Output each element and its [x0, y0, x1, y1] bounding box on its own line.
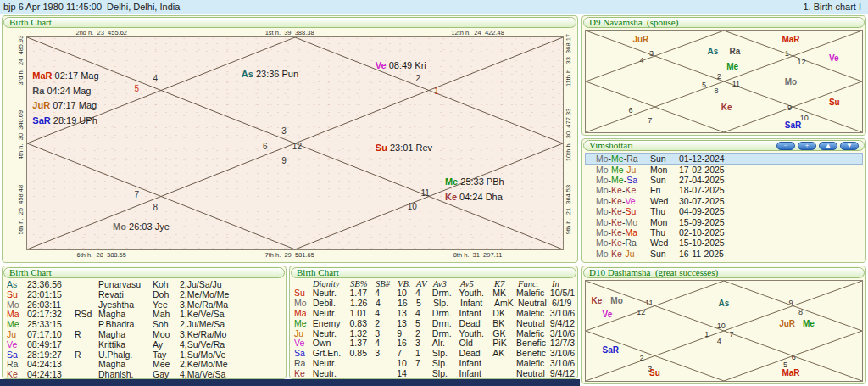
house-cusp-labels-right: 11th h. 33 368.1710th h. 30 477.339th h.… — [565, 36, 573, 250]
d10-dashamsha-panel: D10 Dashamsha (great successes) KeMo1112… — [581, 266, 866, 384]
sign-number: 8 — [153, 203, 159, 212]
title-bar: bjp 6 Apr 1980 11:45:00 Delhi, Delhi, In… — [0, 0, 868, 14]
house-cusp-label: 11th h. 33 368.17 — [565, 34, 572, 87]
dasha-day: Thu — [650, 206, 679, 216]
house-cusp-labels-top: 2nd h. 23 455.621st h. 39 388.3812th h. … — [26, 29, 564, 36]
dasha-expand-button[interactable]: + — [798, 142, 816, 150]
dasha-row[interactable]: Mo-Me-JuMon17-02-2025 — [586, 164, 862, 174]
dasha-date: 17-02-2025 — [679, 165, 725, 175]
sign-number: 2 — [717, 72, 721, 81]
sign-number: 9 — [281, 156, 287, 165]
dasha-date: 15-10-2025 — [679, 238, 725, 248]
panel-title: Birth Chart — [297, 268, 339, 277]
dasha-lords: Mo-Me-Ju — [596, 165, 650, 175]
dasha-list: Mo-Me-RaSun01-12-2024Mo-Me-JuMon17-02-20… — [586, 154, 862, 260]
dasha-scroll-down-button[interactable]: ▼ — [840, 142, 859, 150]
planet-position-row: Ve08:49:17KrittikaAy4,Su/Ve/Ra — [7, 340, 283, 350]
sign-number: 10 — [408, 202, 417, 211]
planet-label-su: Su — [649, 369, 660, 378]
planet-label-mo: Mo 26:03 Jye — [113, 222, 170, 232]
house-cusp-label: 5th h. 25 458.48 — [17, 185, 25, 234]
window-edge — [0, 379, 580, 386]
dasha-row[interactable]: Mo-Ke-MoMon15-09-2025 — [586, 216, 862, 227]
planet-label-mo: Mo — [610, 297, 622, 305]
sign-number: 8 — [715, 87, 719, 95]
planet-label-mo: Mo — [785, 78, 797, 87]
sign-number: 6 — [263, 142, 268, 151]
sign-number: 7 — [730, 330, 734, 338]
dasha-contract-button[interactable]: − — [776, 142, 795, 150]
sign-number: 2 — [415, 74, 420, 83]
dasha-date: 01-12-2024 — [679, 154, 725, 164]
planet-label-sar: SaR — [785, 121, 801, 130]
sign-number: 5 — [702, 81, 706, 89]
dasha-lords: Mo-Me-Sa — [596, 175, 650, 185]
dasha-row[interactable]: Mo-Ke-JuSun16-11-2025 — [586, 249, 862, 259]
dasha-row[interactable]: Mo-Ke-VeWed30-07-2025 — [586, 196, 862, 206]
sign-number: 11 — [421, 188, 430, 198]
planet-strength-panel: Birth Chart DignitySB%SB#VB.AVAv3Av5K7Fu… — [289, 266, 578, 379]
sign-number: 1 — [704, 330, 709, 338]
sign-number: 12 — [797, 58, 805, 66]
house-cusp-labels-bottom: 6th h. 28 388.557th h. 29 581.658th h. 3… — [26, 251, 564, 259]
planet-label-ke: Ke — [721, 103, 732, 112]
dasha-row[interactable]: Mo-Me-RaSun01-12-2024 — [586, 154, 862, 164]
panel-header: Birth Chart — [291, 267, 576, 278]
planet-label-ra: Ra 04:24 Mag — [32, 87, 91, 96]
dasha-date: 30-07-2025 — [679, 196, 725, 206]
planet-label-jur: JuR — [632, 36, 648, 44]
house-cusp-label: 4th h. 30 340.69 — [17, 110, 25, 159]
dasha-date: 16-11-2025 — [679, 249, 724, 259]
d9-north-indian-chart[interactable]: JuR34AsRaMeMaR112Ve25118Mo67Ke910SuSaR — [585, 30, 863, 133]
planet-label-sar: SaR — [603, 346, 619, 355]
dasha-scroll-up-button[interactable]: ▲ — [819, 142, 837, 150]
dasha-day: Sun — [650, 249, 679, 259]
sign-number: 10 — [717, 322, 726, 330]
dasha-row[interactable]: Mo-Ke-KeFri18-07-2025 — [586, 185, 862, 195]
d10-north-indian-chart[interactable]: KeMo1112VeAs9810174JuRMeSaR23Su56MaR — [585, 280, 863, 382]
rasi-north-indian-chart[interactable]: MaR 02:17 MagRa 04:24 MagJuR 07:17 MagSa… — [26, 36, 564, 250]
chart-grid-lines — [586, 281, 862, 381]
dasha-lords: Mo-Ke-Su — [596, 206, 650, 216]
dasha-row[interactable]: Mo-Me-SaSun27-04-2025 — [586, 175, 862, 185]
panel-title: D10 Dashamsha (great successes) — [589, 268, 718, 277]
dasha-day: Sun — [650, 154, 679, 164]
planet-strength-table: DignitySB%SB#VB.AVAv3Av5K7Func.InSuNeutr… — [294, 279, 575, 377]
panel-title: Vimshottari — [589, 141, 633, 150]
house-cusp-label: 1st h. 39 388.38 — [265, 29, 314, 36]
dasha-row[interactable]: Mo-Ke-SuThu04-09-2025 — [586, 206, 862, 216]
dasha-row[interactable]: Mo-Ke-RaWed15-10-2025 — [586, 238, 862, 248]
dasha-row[interactable]: Mo-Ke-MaThu02-10-2025 — [586, 227, 862, 238]
sign-number: 11 — [732, 80, 740, 88]
planet-label-ve: Ve — [603, 310, 613, 319]
table-row: KeNeutr.14Slp.InfantNeutral9/4/12 — [294, 369, 575, 379]
sign-number: 9 — [789, 299, 793, 307]
planet-position-row: Su23:01:15RevatiDoh2,Me/Mo/Me — [7, 290, 283, 300]
dasha-lords: Mo-Me-Ra — [596, 154, 650, 164]
dasha-lords: Mo-Ke-Ju — [596, 249, 650, 259]
panel-title: Birth Chart — [9, 268, 52, 277]
rasi-chart-panel: Birth Chart 2nd h. 23 455.621st h. 39 38… — [2, 15, 578, 263]
dasha-date: 15-09-2025 — [679, 217, 725, 227]
sign-number: 12 — [637, 308, 645, 316]
planet-label-me: Me — [726, 63, 738, 71]
chart-grid-lines — [586, 31, 862, 132]
dasha-day: Wed — [650, 238, 679, 248]
planet-label-mar: MaR — [782, 369, 799, 378]
planet-label-ke: Ke — [592, 297, 603, 305]
sign-number: 3 — [281, 126, 287, 136]
planet-position-list: As23:36:56PunarvasuKoh2,Ju/Sa/JuSu23:01:… — [7, 280, 283, 377]
panel-title: Birth Chart — [9, 18, 52, 27]
view-title: 1. Birth chart I — [804, 2, 861, 12]
sign-number: 4 — [640, 56, 644, 64]
table-row: MoDebil.1.264165Slp.InfantAmKNeutral6/1/… — [294, 299, 575, 309]
planet-position-row: Ju07:17:10RMaghaMoo3,Ke/Ra/Mo — [7, 330, 283, 340]
sign-number: 4 — [153, 74, 159, 83]
planet-label-me: Me 25:33 PBh — [445, 177, 504, 187]
dasha-date: 02-10-2025 — [679, 227, 725, 238]
planet-label-su: Su 23:01 Rev — [376, 143, 432, 153]
planet-label-ke: Ke 04:24 Dha — [445, 193, 503, 202]
panel-header: Vimshottari −+▲▼ — [583, 140, 865, 151]
planet-label-sar: SaR 28:19 UPh — [32, 116, 97, 126]
planet-label-ra: Ra — [730, 48, 741, 56]
